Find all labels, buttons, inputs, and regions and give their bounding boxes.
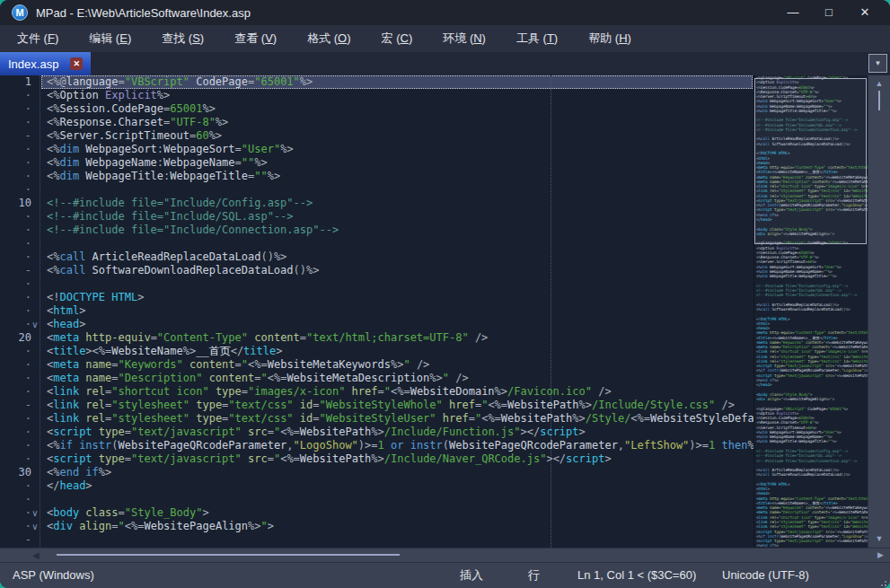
code-line[interactable]: <%@language="VBScript" CodePage="65001"%…: [40, 75, 753, 89]
status-bar: ASP (Windows)插入行Ln 1, Col 1 < ($3C=60)Un…: [0, 562, 890, 588]
code-line[interactable]: <%dim WebpageSort:WebpageSort="User"%>: [40, 143, 753, 156]
line-number: ·: [0, 224, 40, 237]
code-line[interactable]: <%call SoftwareDownloadReplaceDataLoad()…: [40, 264, 753, 277]
line-number: ·: [0, 277, 40, 291]
code-line[interactable]: <link rel="shortcut icon" type="images/x…: [40, 385, 753, 399]
menu-find[interactable]: 查找 (S): [146, 25, 219, 52]
status-encoding: Unicode (UTF-8): [722, 563, 809, 587]
code-line[interactable]: <link rel="stylesheet" type="text/css" i…: [40, 412, 753, 426]
vertical-scroll-thumb[interactable]: [878, 91, 880, 110]
code-line[interactable]: <%dim WebpageTitle:WebpageTitle=""%>: [40, 170, 753, 183]
vertical-scrollbar[interactable]: ▲ ▼: [868, 75, 890, 548]
tab-bar: Index.asp✕ ▼: [0, 52, 890, 75]
code-line[interactable]: <html>: [40, 304, 753, 318]
line-number: ·: [0, 412, 40, 426]
code-line[interactable]: <!--#include file="Include/Config.asp"--…: [40, 197, 753, 210]
code-line[interactable]: <link rel="stylesheet" type="text/css" i…: [40, 399, 753, 412]
scroll-left-icon[interactable]: ◀: [32, 549, 40, 562]
line-number: ·: [0, 426, 40, 439]
menu-tools[interactable]: 工具 (T): [501, 25, 573, 52]
line-number: ·: [0, 89, 40, 102]
menu-file[interactable]: 文件 (F): [2, 25, 74, 52]
scroll-up-icon[interactable]: ▲: [868, 79, 890, 88]
code-line[interactable]: <%Response.Charset="UTF-8"%>: [40, 116, 753, 129]
code-line[interactable]: <meta name="Keywords" content="<%=Websit…: [40, 358, 753, 372]
code-line[interactable]: <body class="Style_Body">: [40, 506, 753, 520]
code-line[interactable]: <%Session.CodePage=65001%>: [40, 102, 753, 116]
menu-bar: 文件 (F)编辑 (E)查找 (S)查看 (V)格式 (O)宏 (C)环境 (N…: [0, 25, 890, 52]
line-number: ·: [0, 170, 40, 183]
code-line[interactable]: [40, 183, 753, 197]
tab-list-dropdown-button[interactable]: ▼: [868, 54, 887, 73]
line-number: ·: [0, 385, 40, 399]
line-number: ·: [0, 452, 40, 466]
menu-edit[interactable]: 编辑 (E): [74, 25, 146, 52]
menu-format[interactable]: 格式 (O): [292, 25, 366, 52]
code-line[interactable]: <%end if%>: [40, 466, 753, 479]
line-number: ·: [0, 318, 40, 331]
tab-label: Index.asp: [8, 57, 58, 71]
line-number: ·: [0, 210, 40, 224]
code-line[interactable]: <title><%=WebsiteName%>__首页</title>: [40, 345, 753, 358]
line-number: ·: [0, 439, 40, 452]
tab-index.asp[interactable]: Index.asp✕: [0, 52, 91, 75]
code-line[interactable]: <!--#include file="Include/Connection.as…: [40, 224, 753, 237]
code-line[interactable]: <%dim WebpageName:WebpageName=""%>: [40, 156, 753, 170]
line-number: ·: [0, 156, 40, 170]
mpad-window: M MPad - E:\Web\ArticleSoftware\Index.as…: [0, 0, 890, 588]
code-line[interactable]: <%if instr(WebsitePageQRcodeParameter,"L…: [40, 439, 753, 452]
code-line[interactable]: </head>: [40, 479, 753, 493]
line-number: ·: [0, 116, 40, 129]
menu-environment[interactable]: 环境 (N): [427, 25, 501, 52]
code-line[interactable]: <meta name="Description" content="<%=Web…: [40, 372, 753, 385]
editor-region: 1···-····10····-····20····-····30····- <…: [0, 75, 890, 548]
code-line[interactable]: <%Server.ScriptTimeout=60%>: [40, 129, 753, 143]
window-title: MPad - E:\Web\ArticleSoftware\Index.asp: [36, 6, 251, 20]
close-icon[interactable]: ✕: [847, 0, 883, 25]
line-number: ·: [0, 183, 40, 197]
status-cursor-position: Ln 1, Col 1 < ($3C=60): [577, 563, 696, 587]
code-line[interactable]: <script type="text/javascript" src="<%=W…: [40, 452, 753, 466]
line-number: ·: [0, 102, 40, 116]
minimap[interactable]: <%@language="VBScript" CodePage="65001"%…: [753, 75, 868, 548]
minimize-icon[interactable]: —: [775, 0, 811, 25]
line-number: ·: [0, 479, 40, 493]
line-number: -: [0, 264, 40, 277]
scroll-right-icon[interactable]: ▶: [877, 549, 884, 562]
code-line[interactable]: [40, 493, 753, 506]
scroll-down-icon[interactable]: ▼: [868, 534, 890, 543]
line-number: ·: [0, 237, 40, 250]
code-pane[interactable]: <%@language="VBScript" CodePage="65001"%…: [40, 75, 753, 548]
code-line[interactable]: [40, 237, 753, 250]
minimap-viewport[interactable]: [754, 78, 867, 244]
line-number: ·: [0, 250, 40, 264]
code-line[interactable]: <!--#include file="Include/SQL.asp"-->: [40, 210, 753, 224]
title-bar[interactable]: M MPad - E:\Web\ArticleSoftware\Index.as…: [0, 0, 890, 25]
code-line[interactable]: <div align="<%=WebsitePageAlign%>">: [40, 520, 753, 533]
tab-close-icon[interactable]: ✕: [70, 57, 83, 70]
menu-view[interactable]: 查看 (V): [219, 25, 292, 52]
menu-macro[interactable]: 宏 (C): [366, 25, 428, 52]
code-line[interactable]: [40, 277, 753, 291]
code-editor[interactable]: 1···-····10····-····20····-····30····- <…: [0, 75, 753, 548]
line-number: 30: [0, 466, 40, 479]
line-number: -: [0, 129, 40, 143]
horizontal-scroll-thumb[interactable]: [57, 554, 400, 556]
line-number: ·: [0, 493, 40, 506]
menu-help[interactable]: 帮助 (H): [573, 25, 647, 52]
code-line[interactable]: <meta http-equiv="Content-Type" content=…: [40, 331, 753, 345]
status-language-mode: ASP (Windows): [13, 563, 94, 587]
line-number: 10: [0, 197, 40, 210]
resize-grip-icon[interactable]: [877, 581, 879, 583]
code-line[interactable]: <head>: [40, 318, 753, 331]
maximize-icon[interactable]: □: [811, 0, 847, 25]
line-number: 20: [0, 331, 40, 345]
line-number: ·: [0, 372, 40, 385]
code-line[interactable]: <%call ArticleReadReplaceDataLoad()%>: [40, 250, 753, 264]
code-line[interactable]: <!DOCTYPE HTML>: [40, 291, 753, 304]
code-line[interactable]: <script type="text/javascript" src="<%=W…: [40, 426, 753, 439]
code-line[interactable]: [40, 533, 753, 547]
code-line[interactable]: <%Option Explicit%>: [40, 89, 753, 102]
horizontal-scrollbar[interactable]: ◀ ▶: [0, 548, 890, 562]
line-number: -: [0, 399, 40, 412]
